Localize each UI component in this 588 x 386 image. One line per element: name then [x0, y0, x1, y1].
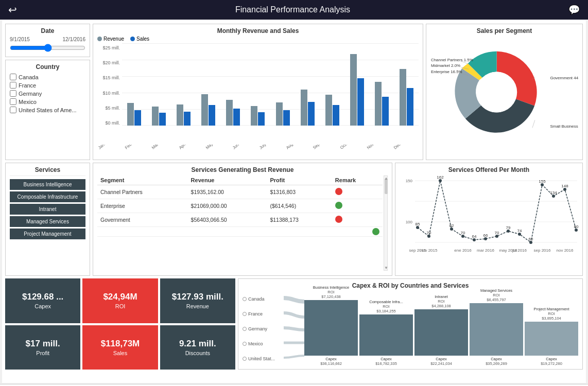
- kpi-discounts: 9.21 mill. Discounts: [160, 325, 235, 370]
- bar-revenue-1: [152, 107, 159, 126]
- date-start: 9/1/2015: [10, 37, 30, 42]
- services-panel: Services Business Intelligence Composabl…: [5, 163, 90, 276]
- bar-sales-1: [159, 113, 166, 126]
- country-checkbox-germany[interactable]: [10, 90, 16, 97]
- cell-revenue-1: $1935,162.00: [188, 185, 267, 199]
- bar-sales-2: [184, 112, 191, 126]
- cell-revenue-3: $56403,066.50: [188, 213, 267, 227]
- svg-text:70: 70: [495, 231, 499, 235]
- bottom-row: $129.68 ... Capex $24,94M ROI $127.93 mi…: [5, 278, 583, 369]
- bar-group-august: $11.58 mill.: [296, 43, 319, 126]
- svg-text:mar 2016: mar 2016: [477, 248, 494, 253]
- country-filter-box: Country Canada France Germany Mexico Uni…: [5, 60, 90, 160]
- country-checkbox-mexico[interactable]: [10, 98, 16, 105]
- bar-group-december: $18.34 mill.: [395, 43, 419, 126]
- service-btn-ci[interactable]: Composable Infrastructure: [10, 191, 85, 202]
- x-label-june: June: [232, 145, 254, 150]
- bar-sales-8: [333, 105, 339, 126]
- col-revenue: Revenue: [188, 176, 267, 185]
- kpi-profit-label: Profit: [36, 350, 49, 356]
- x-label-march: March: [151, 145, 174, 150]
- x-label-may: May: [205, 145, 228, 150]
- app-header: ↩ Financial Performance Analysis 💬: [0, 0, 588, 20]
- date-end: 12/1/2016: [63, 37, 86, 42]
- svg-text:nov 2015: nov 2015: [421, 248, 438, 253]
- capex-roi-panel: Capex & ROI by Countries and Services Ca…: [238, 278, 583, 370]
- kpi-sales: $118,73M Sales: [82, 325, 158, 370]
- table-row: Enterprise $21069,000.00 ($614,546): [97, 199, 383, 213]
- date-filter-box: Date 9/1/2015 12/1/2016: [5, 24, 90, 57]
- country-item-germany[interactable]: Germany: [10, 90, 85, 97]
- svg-text:74: 74: [517, 229, 522, 233]
- segment-label-channel: Channel Partners 1.5%: [431, 57, 473, 62]
- svg-text:150: 150: [406, 179, 413, 183]
- kpi-discounts-label: Discounts: [185, 350, 210, 356]
- bar-revenue-11: [400, 69, 406, 126]
- bar-sales-7: [308, 102, 315, 126]
- svg-text:100: 100: [406, 220, 413, 224]
- cell-remark-2: [332, 199, 383, 213]
- kpi-capex: $129.68 ... Capex: [5, 278, 80, 323]
- segment-label-midmarket: Midmarket 2.0%: [431, 63, 460, 68]
- kpi-capex-value: $129.68 ...: [22, 292, 63, 302]
- bar-group-october: $23.14 mill.: [345, 43, 369, 126]
- col-segment: Segment: [97, 176, 188, 185]
- date-slider[interactable]: [10, 44, 85, 52]
- kpi-grid: $129.68 ... Capex $24,94M ROI $127.93 mi…: [5, 278, 235, 370]
- bar-group-february: $6.12 mill.: [147, 43, 170, 126]
- bar-revenue-3: [201, 94, 208, 126]
- kpi-discounts-value: 9.21 mill.: [179, 339, 216, 349]
- country-item-mexico[interactable]: Mexico: [10, 98, 85, 105]
- country-item-canada[interactable]: Canada: [10, 74, 85, 80]
- revenue-data-table: Segment Revenue Profit Remark Channel Pa…: [97, 176, 383, 237]
- bar-revenue-4: [226, 100, 233, 126]
- service-btn-managed[interactable]: Managed Services: [10, 216, 85, 227]
- kpi-revenue-value: $127.93 mill.: [172, 292, 223, 302]
- segment-label-enterprise: Enterprise 16.5%: [431, 69, 462, 74]
- service-btn-pm[interactable]: Project Management: [10, 229, 85, 239]
- bar-group-september: [320, 43, 344, 126]
- page-title: Financial Performance Analysis: [17, 5, 568, 14]
- capex-roi-title: Capex & ROI by Countries and Services: [243, 282, 578, 289]
- kpi-roi: $24,94M ROI: [82, 278, 158, 323]
- services-per-month-chart: Services Offered Per Month 150 100: [395, 163, 583, 276]
- spm-title: Services Offered Per Month: [400, 166, 578, 173]
- segment-chart-title: Sales per Segment: [430, 27, 578, 34]
- bar-chart-bars: $7.31 mill.$6.12 mill.$6.77 mill.$10.27 …: [122, 43, 419, 126]
- x-label-february: February: [124, 145, 147, 150]
- service-btn-intranet[interactable]: Intranet: [10, 204, 85, 215]
- left-filters: Date 9/1/2015 12/1/2016 Country Canada F…: [5, 24, 90, 160]
- capex-country-mexico: Mexico: [243, 341, 280, 346]
- country-item-france[interactable]: France: [10, 82, 85, 89]
- mid-row: Services Business Intelligence Composabl…: [5, 163, 583, 276]
- kpi-roi-label: ROI: [115, 303, 126, 309]
- svg-text:79: 79: [506, 225, 511, 230]
- bar-sales-0: [134, 110, 141, 126]
- svg-text:134: 134: [550, 190, 557, 195]
- bar-sales-5: [258, 112, 265, 126]
- bar-group-june: $6.33 mill.: [246, 43, 270, 126]
- capex-country-france: France: [243, 311, 280, 317]
- bar-group-january: $7.31 mill.: [122, 43, 146, 126]
- back-icon[interactable]: ↩: [8, 4, 17, 16]
- revenue-table-title: Services Generating Best Revenue: [97, 166, 388, 173]
- bar-sales-11: [407, 88, 413, 126]
- revenue-table-panel: Services Generating Best Revenue Segment…: [93, 163, 392, 276]
- country-checkbox-canada[interactable]: [10, 74, 16, 80]
- bar-group-may: [221, 43, 245, 126]
- country-checkbox-usa[interactable]: [10, 107, 16, 113]
- country-checkbox-france[interactable]: [10, 82, 16, 89]
- donut-svg: Government 44.2% Small Business 35.7% En…: [430, 38, 578, 146]
- kpi-revenue-label: Revenue: [186, 303, 209, 309]
- capex-country-canada: Canada: [243, 296, 280, 302]
- country-filter-title: Country: [10, 63, 85, 71]
- service-btn-bi[interactable]: Business Intelligence: [10, 179, 85, 190]
- comment-icon[interactable]: 💬: [568, 4, 580, 15]
- cell-segment-1: Channel Partners: [97, 185, 188, 199]
- bar-sales-9: [357, 78, 364, 126]
- table-row: Channel Partners $1935,162.00 $1316,803: [97, 185, 383, 199]
- x-label-january: January: [97, 145, 120, 150]
- bar-sales-3: [209, 105, 215, 126]
- country-item-usa[interactable]: United States of Ame...: [10, 107, 85, 113]
- svg-text:148: 148: [561, 184, 568, 188]
